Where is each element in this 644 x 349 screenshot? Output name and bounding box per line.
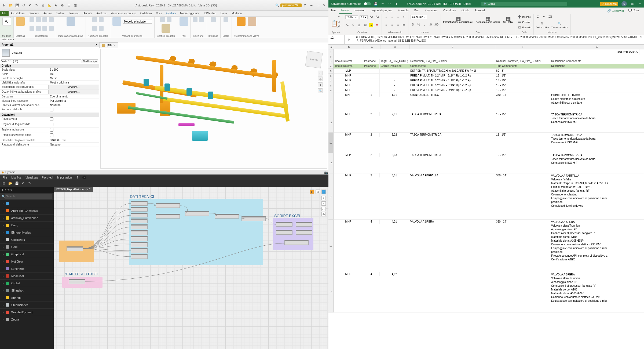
underline-icon[interactable]: S [357, 23, 361, 27]
3d-viewport[interactable]: {3D}✕ [99, 42, 328, 170]
file-tab[interactable]: File [0, 11, 9, 16]
node[interactable] [296, 230, 312, 235]
excel-qat-more-icon[interactable]: ▾ [394, 2, 399, 6]
open-icon[interactable]: 📂 [8, 3, 13, 8]
property-row[interactable]: Stile visualizzazione analisi di d..Ness… [0, 103, 99, 107]
dyn-modifica[interactable]: Modifica [11, 176, 21, 179]
merge-icon[interactable]: ▭ [402, 23, 406, 27]
save2-icon[interactable]: 💾 [14, 181, 19, 186]
lib-item[interactable]: ▸Modelical [0, 272, 54, 279]
ribbon-mode-icon[interactable]: ▭ [630, 2, 634, 6]
share-button[interactable]: 🔗 Condividi [606, 8, 625, 14]
tab-modifica[interactable]: Modifica [229, 11, 244, 16]
lib-item[interactable]: ▸Zebra [0, 316, 54, 323]
lib-item[interactable]: ▸Archi-lab_Grimshaw [0, 207, 54, 214]
node[interactable] [131, 236, 148, 241]
node[interactable] [131, 248, 148, 253]
dyn-file[interactable]: File [3, 176, 7, 179]
property-row[interactable]: Regione di taglio visibile [0, 122, 99, 128]
qat-a-icon[interactable]: A [53, 3, 58, 8]
number-format[interactable]: Generale ▾ [411, 15, 427, 19]
pan2-icon[interactable]: ✥ [321, 212, 326, 216]
view-filter-input[interactable] [1, 59, 81, 63]
new-icon[interactable]: ▤ [2, 181, 6, 186]
zoom-out-icon[interactable]: − [321, 201, 326, 206]
paste-icon[interactable]: 📋 [331, 20, 335, 24]
excel-save-icon[interactable]: 💾 [374, 2, 378, 6]
cell-styles-icon[interactable]: ▦ [506, 15, 510, 19]
table-row[interactable]: MHP22,02TASCA TERMOMETRICA15 - 1/2"TASCA… [334, 133, 644, 153]
dyn-vis[interactable]: Visualizza [25, 176, 38, 179]
group-input[interactable] [59, 241, 94, 262]
tab-vista[interactable]: Vista [154, 11, 164, 16]
wrap-icon[interactable]: ↩ [402, 15, 406, 19]
etab-layout[interactable]: Layout di pagina [368, 8, 395, 14]
font-color-icon[interactable]: A [375, 23, 379, 27]
security-warning[interactable]: ⚠ sicurezza [600, 2, 618, 6]
etab-formule[interactable]: Formule [395, 8, 411, 14]
pan-icon[interactable]: ✥ [318, 82, 323, 87]
zoom-icon[interactable]: 🔍 [318, 88, 323, 93]
table-row[interactable]: MHP44,02VALVOLA A SFERAValvola a sfera T… [334, 272, 644, 312]
tab-moduli[interactable]: Moduli aggiuntivi [178, 11, 202, 16]
close-icon[interactable]: ✕ [321, 3, 327, 8]
help-icon[interactable]: ? [302, 3, 308, 8]
clear-icon[interactable]: ⌫ [548, 15, 552, 19]
tab-volumetrie[interactable]: Volumetrie e cantiere [109, 11, 138, 16]
section-grafica[interactable]: Grafica [0, 64, 99, 68]
node[interactable] [131, 242, 148, 247]
restore-icon[interactable]: ▭ [315, 3, 320, 8]
etab-guida[interactable]: Guida [459, 8, 472, 14]
sync-icon[interactable]: ↺ [21, 3, 26, 8]
bold-icon[interactable]: G [345, 23, 350, 27]
shrink-font-icon[interactable]: A↓ [375, 15, 379, 19]
formula-input[interactable]: =CERCA.VERT(C12;'X:\BIMO ARCHIVIO WORKS\… [354, 35, 644, 44]
materiali-label[interactable]: Materiali [16, 35, 25, 37]
tab-architettura[interactable]: Architettura [9, 11, 27, 16]
property-row[interactable]: Sostituzioni visibilità/graficaModifica.… [0, 85, 99, 90]
italic-icon[interactable]: C [351, 23, 356, 27]
dyn-impost[interactable]: Impostazioni [57, 176, 72, 179]
node[interactable] [131, 230, 148, 235]
cond-format-icon[interactable]: ▦ [456, 15, 460, 19]
copy-icon[interactable]: ⧉ [336, 20, 341, 24]
minimize-icon[interactable]: ━ [309, 3, 314, 8]
property-row[interactable]: Visibilità stratigrafiaMostra originale [0, 81, 99, 85]
3d-icon[interactable]: ◫ [321, 190, 326, 194]
table-row[interactable]: MHP-PRESA P MULT. TH 1/2" M R - 6x1/4" R… [334, 83, 644, 88]
tab-dalux[interactable]: Dalux [218, 11, 230, 16]
property-row[interactable]: Scala vista1 : 100 [0, 68, 99, 72]
alert-icon[interactable]: ! [82, 176, 86, 179]
orbit-icon[interactable]: ◎ [318, 77, 323, 81]
dyn-pacchetti[interactable]: Pacchetti [42, 176, 53, 179]
view-tab-close-icon[interactable]: ✕ [113, 44, 115, 47]
border-icon[interactable]: ▦ [363, 23, 367, 27]
dynamo-canvas[interactable]: B20008_ExportToExcel.dyn* DATI TECNICI S… [54, 187, 328, 349]
node[interactable] [67, 246, 83, 251]
undo2-icon[interactable]: ↶ [21, 181, 25, 186]
tab-annota[interactable]: Annota [81, 11, 94, 16]
insert-cells-icon[interactable]: ➕ [517, 15, 522, 19]
table-row[interactable]: MHP22,01TASCA TERMOMETRICA15 - 1/2"TASCA… [334, 112, 644, 133]
user-avatar[interactable]: S [621, 1, 627, 6]
node[interactable] [276, 230, 292, 235]
sort-icon[interactable]: ⇅ [540, 22, 544, 26]
dyn-help[interactable]: ? [77, 176, 78, 179]
redo-icon[interactable]: ↷ [34, 3, 39, 8]
etab-file[interactable]: File [328, 8, 339, 14]
node[interactable] [284, 240, 309, 245]
qat-c-icon[interactable]: ☰ [66, 3, 71, 8]
excel-undo-icon[interactable]: ↶ [380, 2, 385, 6]
format-cells-icon[interactable]: ▢ [517, 26, 522, 30]
column-headers[interactable]: ◢ BCDEFG [328, 45, 644, 49]
tab-sistemi[interactable]: Sistemi [54, 11, 67, 16]
excel-redo-icon[interactable]: ↷ [387, 2, 392, 6]
camera-icon[interactable]: 📷 [323, 170, 327, 174]
node[interactable] [131, 201, 148, 206]
tab-collabora[interactable]: Collabora [138, 11, 154, 16]
percent-icon[interactable]: % [416, 23, 421, 27]
property-row[interactable]: Offset del ritaglio orizzontale304800.0 … [0, 138, 99, 143]
node[interactable] [69, 279, 85, 284]
fit-icon[interactable]: ⛶ [321, 207, 326, 211]
property-row[interactable]: DisciplinaCoordinamento [0, 94, 99, 99]
